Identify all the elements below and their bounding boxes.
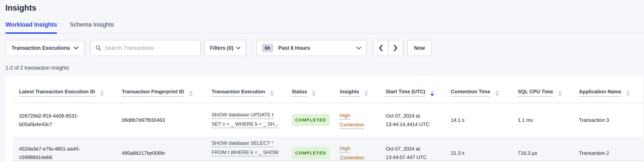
sort-icon[interactable] [189, 91, 193, 96]
transaction-execution-link[interactable]: SHOW database SELECT * [212, 140, 273, 146]
insights-page: Insights Workload Insights Schema Insigh… [0, 0, 644, 165]
transaction-execution-link[interactable]: SET v = _ WHERE k = _ SH... [212, 121, 279, 127]
high-contention-link[interactable]: High Contention [340, 111, 374, 129]
cell-insights: High Contention [334, 137, 380, 161]
cell-fingerprint-id: 08d8b7d97f830463 [115, 103, 205, 137]
search-input[interactable] [105, 45, 196, 51]
time-range-label: Past 6 Hours [278, 45, 310, 51]
toolbar-divider [251, 40, 252, 56]
insights-table-card: Latest Transaction Execution ID Transact… [5, 76, 643, 161]
table-row: 452da3e7-e7fa-4801-aa40- c59988d14eb6 48… [13, 137, 643, 161]
sort-icon[interactable] [626, 91, 630, 96]
cell-contention-time: 14.1 s [444, 103, 512, 137]
column-header-transaction-execution: Transaction Execution [205, 78, 286, 103]
transaction-execution-link[interactable]: SHOW database UPDATE t [212, 112, 273, 118]
table-row: 328729d2-ff19-4408-8531- b05a5b4e43c7 08… [13, 103, 643, 137]
chevron-down-icon [356, 47, 361, 50]
sort-icon[interactable] [312, 91, 316, 96]
cell-transaction-execution: SHOW database SELECT * FROM t WHERE k = … [205, 137, 286, 161]
chevron-down-icon [74, 47, 78, 50]
cell-insights: High Contention [334, 103, 380, 137]
cell-sql-cpu-time: 716.3 µs [512, 137, 572, 161]
cell-start-time: Oct 07, 2024 at 13:44:14.4414 UTC [380, 103, 444, 137]
search-box[interactable] [90, 40, 201, 56]
cell-transaction-execution: SHOW database UPDATE t SET v = _ WHERE k… [205, 103, 286, 137]
cell-sql-cpu-time: 1.1 ms [512, 103, 572, 137]
cell-application-name: Transaction 2 [572, 137, 643, 161]
tab-bar: Workload Insights Schema Insights [0, 21, 644, 34]
column-header-sql-cpu-time: SQL CPU Time [512, 78, 572, 103]
next-range-button[interactable] [388, 40, 403, 56]
cell-application-name: Transaction 3 [572, 103, 643, 137]
search-icon [96, 45, 101, 51]
cell-contention-time: 21.3 s [444, 137, 512, 161]
page-title: Insights [0, 0, 644, 13]
cell-execution-id: 328729d2-ff19-4408-8531- b05a5b4e43c7 [13, 103, 115, 137]
insights-table-wrap: Latest Transaction Execution ID Transact… [13, 78, 643, 161]
previous-range-button[interactable] [373, 40, 388, 56]
column-header-insights: Insights [334, 78, 380, 103]
chevron-left-icon [378, 45, 383, 52]
transaction-insights-table: Latest Transaction Execution ID Transact… [13, 78, 643, 161]
time-range-picker[interactable]: 6h Past 6 Hours [256, 40, 367, 56]
execution-type-dropdown-label: Transaction Executions [12, 45, 70, 51]
transaction-execution-link[interactable]: ... [212, 159, 216, 161]
status-badge: COMPLETED [292, 147, 330, 159]
cell-start-time: Oct 07, 2024 at 13:44:07.447 UTC [380, 137, 444, 161]
chevron-down-icon [236, 47, 240, 49]
sort-icon[interactable] [495, 91, 499, 96]
time-range-arrows [373, 40, 403, 56]
now-button-label: Now [414, 45, 425, 51]
transaction-execution-link[interactable]: FROM t WHERE k = _ SHOW [212, 149, 278, 155]
filters-button-label: Filters (0) [210, 45, 234, 51]
filters-button[interactable]: Filters (0) [204, 40, 246, 56]
sort-icon[interactable] [364, 91, 368, 96]
status-badge: COMPLETED [292, 114, 330, 126]
column-header-fingerprint-id: Transaction Fingerprint ID [115, 78, 205, 103]
cell-fingerprint-id: 480a8b217be006fe [115, 137, 205, 161]
column-header-application-name: Application Name [572, 78, 643, 103]
chevron-right-icon [393, 45, 398, 52]
bottom-strip [0, 161, 644, 165]
execution-type-dropdown[interactable]: Transaction Executions [6, 40, 85, 56]
column-header-start-time: Start Time (UTC) [380, 78, 444, 103]
cell-status: COMPLETED [286, 103, 334, 137]
column-header-contention-time: Contention Time [444, 78, 512, 103]
tab-schema-insights[interactable]: Schema Insights [70, 21, 114, 33]
table-header-row: Latest Transaction Execution ID Transact… [13, 78, 643, 103]
cell-status: COMPLETED [286, 137, 334, 161]
now-button[interactable]: Now [407, 40, 432, 56]
column-header-status: Status [286, 78, 334, 103]
column-header-latest-execution-id: Latest Transaction Execution ID [13, 78, 115, 103]
sort-icon[interactable] [558, 91, 562, 96]
high-contention-link[interactable]: High Contention [340, 144, 374, 161]
toolbar: Transaction Executions Filters (0) 6h Pa… [6, 40, 644, 56]
sort-icon[interactable] [100, 91, 104, 96]
time-range-badge: 6h [262, 44, 273, 52]
sort-icon-active-desc[interactable] [430, 91, 434, 96]
tab-workload-insights[interactable]: Workload Insights [6, 21, 57, 33]
sort-icon[interactable] [270, 91, 274, 96]
cell-execution-id: 452da3e7-e7fa-4801-aa40- c59988d14eb6 [13, 137, 115, 161]
results-summary: 1-2 of 2 transaction insights [6, 65, 644, 71]
